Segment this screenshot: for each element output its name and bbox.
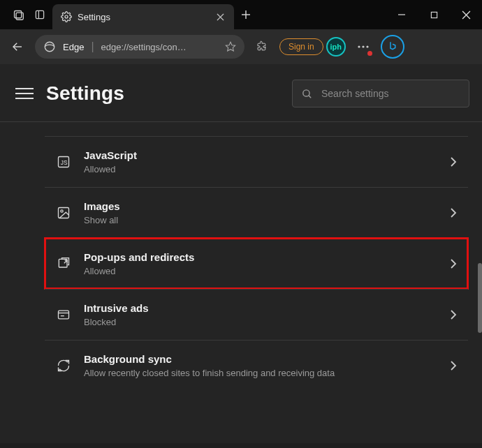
notification-dot-icon: [367, 51, 372, 56]
url-text: edge://settings/con…: [101, 42, 218, 52]
new-tab-button[interactable]: [234, 3, 258, 27]
menu-button[interactable]: [15, 88, 34, 99]
settings-header: Settings: [0, 64, 482, 122]
svg-point-4: [65, 15, 68, 18]
edge-logo-icon: [43, 40, 56, 53]
titlebar: Settings: [0, 0, 482, 29]
settings-list: JS JavaScriptAllowed ImagesShow all Pop-…: [0, 122, 482, 443]
svg-point-24: [61, 210, 63, 212]
sync-icon: [56, 358, 71, 373]
search-settings-box[interactable]: [292, 80, 469, 107]
svg-rect-0: [15, 10, 22, 17]
gear-icon: [61, 11, 72, 22]
sign-in-button[interactable]: Sign in: [279, 38, 323, 55]
popup-icon: [56, 256, 71, 271]
address-bar[interactable]: Edge | edge://settings/con…: [35, 35, 244, 59]
row-subtitle: Allow recently closed sites to finish se…: [84, 368, 437, 378]
maximize-button[interactable]: [418, 0, 450, 29]
settings-row-intrusive-ads[interactable]: Intrusive adsBlocked: [45, 289, 468, 340]
svg-point-16: [358, 45, 360, 47]
tab-settings[interactable]: Settings: [52, 4, 234, 29]
search-icon: [301, 88, 313, 100]
svg-rect-1: [16, 13, 23, 20]
svg-marker-15: [226, 42, 235, 51]
more-menu-button[interactable]: [353, 36, 374, 57]
chevron-right-icon: [450, 258, 457, 269]
settings-row-pop-ups-and-redirects[interactable]: Pop-ups and redirectsAllowed: [45, 238, 468, 289]
settings-row-background-sync[interactable]: Background syncAllow recently closed sit…: [45, 340, 468, 391]
row-title: JavaScript: [84, 149, 437, 161]
toolbar: Edge | edge://settings/con… Sign in iph: [0, 29, 482, 64]
close-icon[interactable]: [213, 10, 227, 24]
sign-in-label: Sign in: [289, 42, 314, 52]
svg-text:JS: JS: [61, 159, 68, 166]
svg-point-17: [362, 45, 364, 47]
page-title: Settings: [46, 82, 279, 105]
vertical-tabs-icon[interactable]: [34, 9, 45, 20]
browser-name: Edge: [63, 42, 84, 52]
row-title: Intrusive ads: [84, 302, 437, 314]
row-title: Background sync: [84, 353, 437, 365]
row-subtitle: Allowed: [84, 266, 437, 276]
row-subtitle: Show all: [84, 215, 437, 225]
ads-icon: [56, 307, 71, 322]
tab-actions-icon[interactable]: [13, 9, 24, 21]
svg-rect-23: [59, 208, 69, 218]
settings-row-images[interactable]: ImagesShow all: [45, 187, 468, 238]
separator: |: [91, 40, 94, 53]
row-subtitle: Blocked: [84, 317, 437, 327]
chevron-right-icon: [450, 156, 457, 167]
image-icon: [56, 205, 71, 221]
svg-line-20: [309, 95, 311, 97]
scrollbar-thumb[interactable]: [478, 263, 482, 333]
chevron-right-icon: [450, 207, 457, 218]
close-window-button[interactable]: [450, 0, 482, 29]
search-input[interactable]: [321, 88, 460, 99]
row-title: Images: [84, 200, 437, 212]
row-subtitle: Allowed: [84, 164, 437, 174]
svg-point-14: [45, 42, 54, 52]
svg-point-19: [303, 89, 309, 96]
svg-rect-26: [59, 311, 69, 319]
chevron-right-icon: [450, 309, 457, 320]
minimize-button[interactable]: [386, 0, 418, 29]
row-title: Pop-ups and redirects: [84, 251, 437, 263]
chevron-right-icon: [450, 360, 457, 371]
js-icon: JS: [56, 154, 71, 170]
extensions-icon[interactable]: [251, 36, 272, 57]
svg-rect-2: [36, 10, 43, 18]
favorite-icon[interactable]: [225, 41, 236, 52]
settings-row-javascript[interactable]: JS JavaScriptAllowed: [45, 136, 468, 187]
svg-point-18: [366, 45, 368, 47]
svg-rect-10: [431, 12, 437, 17]
tab-title: Settings: [78, 12, 207, 22]
profile-badge[interactable]: iph: [326, 37, 346, 57]
back-button[interactable]: [7, 36, 28, 57]
bing-chat-button[interactable]: [381, 35, 404, 59]
